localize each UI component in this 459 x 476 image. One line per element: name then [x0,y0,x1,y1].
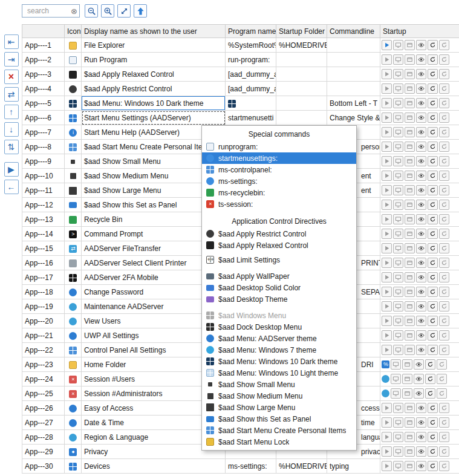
startup-refresh-button[interactable] [428,54,438,65]
startup-run-button[interactable] [382,83,392,94]
startup-visible-button[interactable] [416,272,426,282]
startup-window-button[interactable] [405,54,415,65]
startup-refresh-button[interactable] [428,461,438,471]
startup-run-button[interactable] [382,417,392,428]
startup-screen-button[interactable] [393,54,403,65]
startup-folder-cell[interactable] [276,96,327,111]
startup-window-button[interactable] [402,359,412,370]
startup-folder-cell[interactable] [276,82,327,96]
startup-screen-button[interactable] [393,98,403,108]
startup-screen-button[interactable] [393,301,403,311]
startup-window-button[interactable] [405,98,415,108]
startup-refresh-button[interactable] [428,69,438,79]
zoom-out-button[interactable] [85,4,98,18]
column-header[interactable]: Display name as shown to the user [82,25,226,38]
startup-visible-button[interactable] [416,417,426,428]
startup-sync-button[interactable] [439,243,449,253]
row-label[interactable]: App---15 [22,241,65,256]
startup-window-button[interactable] [405,446,415,457]
program-name-cell[interactable] [226,96,276,111]
startup-visible-button[interactable] [416,301,426,311]
startup-window-button[interactable] [405,112,415,123]
startup-screen-button[interactable] [393,142,403,152]
startup-window-button[interactable] [405,40,415,50]
startup-visible-button[interactable] [416,229,426,239]
startup-visible-button[interactable] [416,403,426,413]
menu-item[interactable]: $aad Apply Restrict Control [202,228,356,240]
menu-item[interactable]: $aad Show Medium Menu [202,390,356,402]
row-label[interactable]: App---13 [22,212,65,227]
startup-sync-button[interactable] [439,301,449,311]
row-label[interactable]: App---27 [22,416,65,430]
startup-screen-button[interactable] [393,330,403,341]
startup-screen-button[interactable] [393,40,403,50]
startup-screen-button[interactable] [393,287,403,297]
startup-sync-button[interactable] [437,359,447,370]
startup-run-button[interactable] [382,316,392,326]
column-header[interactable]: Startup [380,25,459,38]
row-label[interactable]: App---17 [22,270,65,285]
startup-screen-button[interactable] [393,69,403,79]
menu-item[interactable]: $aad Menu: Windows 10 Light theme [202,367,356,379]
menu-item[interactable]: $aad Show Large Menu [202,402,356,413]
startup-screen-button[interactable] [393,446,403,457]
startup-sync-button[interactable] [439,316,449,326]
clear-search-icon[interactable]: ⊗ [71,7,77,15]
startup-run-button[interactable] [382,214,392,224]
startup-sync-button[interactable] [439,229,449,239]
startup-screen-button[interactable] [393,171,403,181]
startup-sync-button[interactable] [439,83,449,94]
run-button[interactable]: ▶ [4,162,19,177]
startup-window-button[interactable] [405,301,415,311]
program-name-cell[interactable]: %SystemRoot% [226,38,276,53]
startup-sync-button[interactable] [439,127,449,137]
startup-window-button[interactable] [405,200,415,210]
display-name-cell[interactable]: $aad Apply Relaxed Control [82,67,226,82]
startup-window-button[interactable] [405,432,415,442]
startup-sync-button[interactable] [439,345,449,355]
menu-item[interactable]: +|+$aad Limit Settings [202,254,356,266]
row-label[interactable]: App---25 [22,386,65,401]
startup-sync-button[interactable] [439,214,449,224]
startup-sync-button[interactable] [439,272,449,282]
menu-item[interactable]: $aad Start Menu Lock [202,436,356,448]
commandline-cell[interactable] [327,38,380,53]
startup-window-button[interactable] [405,185,415,195]
startup-visible-button[interactable] [416,287,426,297]
startup-visible-button[interactable] [414,388,424,399]
startup-sync-button[interactable] [439,432,449,442]
startup-refresh-button[interactable] [425,359,435,370]
startup-screen-button[interactable] [393,417,403,428]
startup-visible-button[interactable] [416,461,426,471]
startup-refresh-button[interactable] [428,272,438,282]
row-label[interactable]: App----7 [22,125,65,140]
startup-refresh-button[interactable] [428,142,438,152]
row-label[interactable]: App---19 [22,299,65,314]
startup-window-button[interactable] [405,417,415,428]
startup-window-button[interactable] [405,345,415,355]
menu-item[interactable]: $aad Menu: Windows 7 theme [202,344,356,356]
row-label[interactable]: App---21 [22,328,65,343]
startup-visible-button[interactable] [416,345,426,355]
menu-item[interactable]: $aad Menu: Windows 10 Dark theme [202,356,356,367]
startup-window-button[interactable] [405,229,415,239]
swap-row-button[interactable]: ⇅ [4,140,19,154]
startup-run-button[interactable] [382,171,392,181]
startup-window-button[interactable] [405,287,415,297]
startup-sync-button[interactable] [439,446,449,457]
startup-screen-button[interactable] [391,388,401,399]
row-label[interactable]: App----5 [22,96,65,111]
startup-sync-button[interactable] [439,185,449,195]
row-label[interactable]: App----2 [22,53,65,67]
startup-screen-button[interactable] [393,112,403,123]
column-header[interactable]: Program name [226,25,276,38]
startup-sync-button[interactable] [439,403,449,413]
startup-screen-button[interactable] [393,243,403,253]
startup-refresh-button[interactable] [425,388,435,399]
startup-window-button[interactable] [405,403,415,413]
program-name-cell[interactable]: startmenusetti [226,111,276,125]
row-label[interactable]: App---29 [22,445,65,459]
startup-visible-button[interactable] [416,98,426,108]
row-label[interactable]: App---28 [22,430,65,445]
startup-folder-cell[interactable]: %HOMEDRIVE% [276,459,327,474]
